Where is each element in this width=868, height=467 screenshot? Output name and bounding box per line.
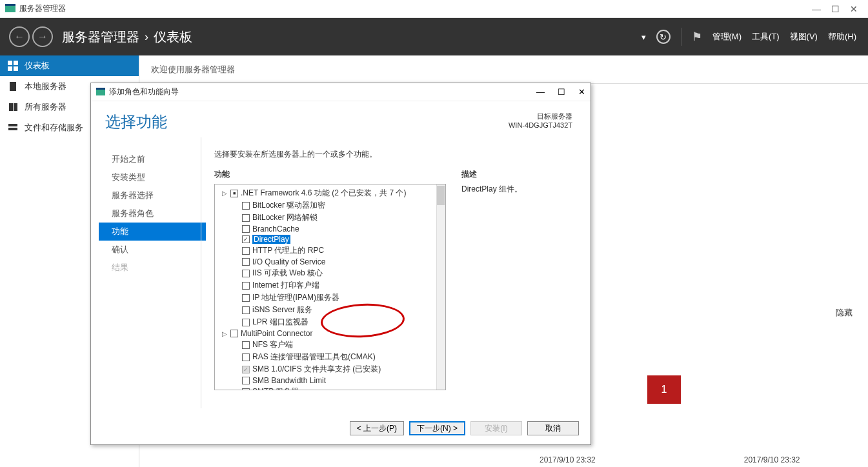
app-icon	[5, 4, 15, 14]
add-roles-wizard-dialog: 添加角色和功能向导 — ☐ ✕ 选择功能 目标服务器 WIN-4DGJGTJ43…	[90, 83, 591, 445]
feature-label: IP 地址管理(IPAM)服务器	[252, 292, 339, 303]
feature-label: SMTP 服务器	[252, 386, 299, 390]
welcome-title: 欢迎使用服务器管理器	[139, 55, 868, 84]
feature-checkbox[interactable]	[242, 214, 250, 222]
feature-checkbox[interactable]	[242, 388, 250, 390]
feature-item[interactable]: RAS 连接管理器管理工具包(CMAK)	[219, 351, 441, 363]
svg-rect-6	[10, 82, 16, 91]
feature-checkbox[interactable]	[242, 341, 250, 349]
feature-checkbox[interactable]	[242, 270, 250, 277]
menu-tools[interactable]: 工具(T)	[752, 31, 780, 43]
wizard-step[interactable]: 确认	[109, 241, 201, 259]
feature-label: BranchCache	[252, 224, 299, 234]
titlebar: 服务器管理器 — ☐ ✕	[0, 0, 868, 18]
feature-checkbox[interactable]	[242, 282, 250, 290]
refresh-icon[interactable]: ↻	[656, 30, 671, 44]
breadcrumb: 服务器管理器 › 仪表板	[62, 28, 641, 46]
feature-item[interactable]: HTTP 代理上的 RPC	[219, 244, 441, 257]
feature-item[interactable]: LPR 端口监视器	[219, 316, 441, 328]
dialog-titlebar: 添加角色和功能向导 — ☐ ✕	[91, 83, 590, 101]
notifications-flag-icon[interactable]: ⚑	[692, 30, 702, 44]
feature-checkbox[interactable]	[242, 258, 250, 266]
sidebar-item-label: 仪表板	[25, 60, 50, 72]
svg-rect-10	[8, 128, 17, 130]
svg-rect-2	[8, 61, 12, 65]
feature-label: BitLocker 网络解锁	[252, 212, 318, 223]
feature-label: iSNS Server 服务	[252, 304, 312, 315]
wizard-step[interactable]: 安装类型	[109, 168, 201, 186]
features-listbox: ▷.NET Framework 4.6 功能 (2 个已安装，共 7 个)Bit…	[214, 184, 446, 390]
feature-checkbox[interactable]	[242, 247, 250, 255]
feature-label: MultiPoint Connector	[241, 329, 312, 338]
svg-rect-5	[14, 66, 18, 71]
menu-view[interactable]: 视图(V)	[790, 31, 818, 43]
feature-item[interactable]: SMB Bandwidth Limit	[219, 375, 441, 386]
wizard-step[interactable]: 服务器角色	[109, 204, 201, 223]
install-button[interactable]: 安装(I)	[470, 421, 522, 435]
scroll-thumb[interactable]	[437, 186, 445, 205]
alert-badge[interactable]: 1	[647, 375, 681, 404]
feature-item[interactable]: iSNS Server 服务	[219, 304, 441, 316]
timestamps: 2017/9/10 23:32 2017/9/10 23:32	[540, 455, 800, 464]
feature-checkbox[interactable]	[242, 319, 250, 326]
feature-item[interactable]: Internet 打印客户端	[219, 279, 441, 292]
feature-checkbox[interactable]	[242, 306, 250, 314]
sidebar-item-dashboard[interactable]: 仪表板	[0, 55, 139, 76]
feature-item[interactable]: ▷.NET Framework 4.6 功能 (2 个已安装，共 7 个)	[219, 187, 441, 199]
hide-link[interactable]: 隐藏	[836, 307, 853, 319]
maximize-button[interactable]: ☐	[831, 4, 840, 14]
feature-checkbox[interactable]	[242, 225, 250, 233]
svg-rect-0	[5, 6, 15, 12]
feature-checkbox[interactable]	[230, 190, 238, 197]
feature-checkbox[interactable]	[242, 366, 250, 373]
feature-label: RAS 连接管理器管理工具包(CMAK)	[252, 352, 376, 363]
scrollbar[interactable]	[436, 184, 445, 390]
feature-item[interactable]: IIS 可承载 Web 核心	[219, 267, 441, 279]
feature-item[interactable]: I/O Quality of Service	[219, 257, 441, 267]
minimize-button[interactable]: —	[812, 4, 821, 14]
dialog-title: 添加角色和功能向导	[109, 86, 536, 97]
feature-checkbox[interactable]	[230, 330, 238, 337]
menu-manage[interactable]: 管理(M)	[712, 31, 742, 43]
next-button[interactable]: 下一步(N) >	[409, 421, 465, 435]
feature-item[interactable]: NFS 客户端	[219, 339, 441, 351]
feature-label: IIS 可承载 Web 核心	[252, 268, 323, 279]
menu-help[interactable]: 帮助(H)	[828, 31, 856, 43]
wizard-step[interactable]: 服务器选择	[109, 186, 201, 204]
previous-button[interactable]: < 上一步(P)	[350, 421, 404, 435]
feature-item[interactable]: BranchCache	[219, 224, 441, 234]
feature-checkbox[interactable]	[242, 294, 250, 302]
feature-item[interactable]: BitLocker 网络解锁	[219, 212, 441, 224]
breadcrumb-leaf[interactable]: 仪表板	[154, 28, 192, 46]
target-server-name: WIN-4DGJGTJ432T	[509, 121, 572, 129]
feature-label: SMB Bandwidth Limit	[252, 376, 326, 385]
cancel-button[interactable]: 取消	[527, 421, 579, 435]
dialog-minimize-button[interactable]: —	[536, 87, 545, 97]
tree-expander-icon[interactable]: ▷	[221, 330, 228, 337]
servers-icon	[8, 102, 18, 112]
feature-checkbox[interactable]	[242, 353, 250, 361]
feature-item[interactable]: IP 地址管理(IPAM)服务器	[219, 292, 441, 304]
tree-expander-icon[interactable]: ▷	[221, 190, 228, 197]
wizard-step[interactable]: 功能	[99, 223, 206, 241]
feature-checkbox[interactable]	[242, 377, 250, 384]
breadcrumb-root[interactable]: 服务器管理器	[62, 28, 139, 46]
dialog-maximize-button[interactable]: ☐	[558, 87, 565, 97]
wizard-step[interactable]: 开始之前	[109, 150, 201, 168]
feature-item[interactable]: BitLocker 驱动器加密	[219, 199, 441, 212]
back-button[interactable]: ←	[9, 26, 30, 47]
feature-checkbox[interactable]	[242, 235, 250, 243]
feature-item[interactable]: ▷MultiPoint Connector	[219, 328, 441, 339]
feature-checkbox[interactable]	[242, 202, 250, 210]
description-text: DirectPlay 组件。	[461, 184, 578, 195]
feature-label: Internet 打印客户端	[252, 280, 319, 291]
feature-item[interactable]: SMTP 服务器	[219, 386, 441, 390]
dashboard-icon	[8, 61, 18, 71]
feature-label: DirectPlay	[252, 235, 290, 244]
forward-button[interactable]: →	[32, 26, 53, 47]
feature-item[interactable]: DirectPlay	[219, 234, 441, 244]
close-button[interactable]: ✕	[850, 4, 858, 14]
feature-item[interactable]: SMB 1.0/CIFS 文件共享支持 (已安装)	[219, 363, 441, 375]
dropdown-icon[interactable]: ▾	[641, 32, 646, 42]
dialog-close-button[interactable]: ✕	[578, 87, 585, 97]
